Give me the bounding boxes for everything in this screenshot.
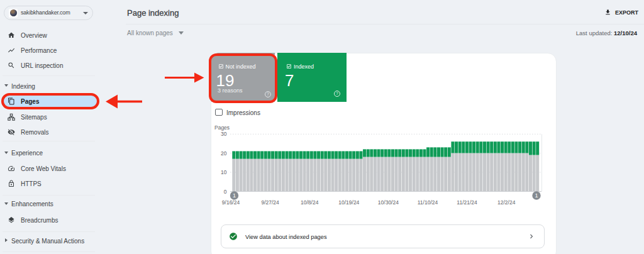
svg-text:30: 30: [221, 131, 227, 137]
svg-text:9/16/24: 9/16/24: [222, 199, 240, 206]
svg-text:9/27/24: 9/27/24: [261, 199, 279, 206]
svg-text:10/19/24: 10/19/24: [338, 199, 359, 206]
svg-text:10/8/24: 10/8/24: [301, 199, 319, 206]
svg-text:Pages: Pages: [214, 124, 230, 131]
svg-text:11/10/24: 11/10/24: [418, 199, 438, 206]
svg-text:11/21/24: 11/21/24: [457, 199, 477, 206]
svg-text:1: 1: [233, 192, 236, 199]
svg-text:20: 20: [221, 150, 227, 157]
svg-text:0: 0: [224, 189, 227, 195]
svg-text:12/2/24: 12/2/24: [497, 199, 516, 206]
svg-text:1: 1: [535, 192, 538, 199]
svg-text:10/30/24: 10/30/24: [378, 199, 399, 206]
svg-text:10: 10: [221, 169, 227, 175]
